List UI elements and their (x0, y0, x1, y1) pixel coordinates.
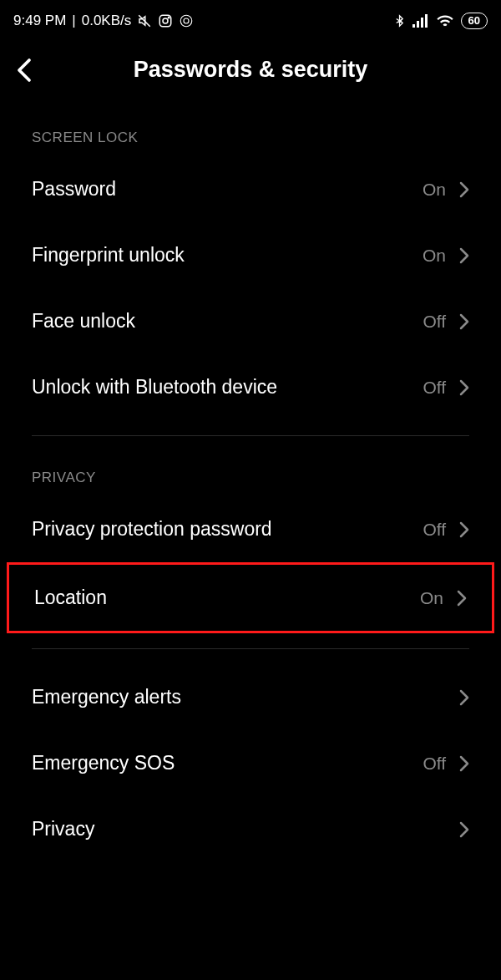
status-left: 9:49 PM | 0.0KB/s (13, 13, 194, 29)
row-fingerprint-label: Fingerprint unlock (32, 244, 423, 267)
page-title: Passwords & security (50, 57, 484, 83)
row-password[interactable]: Password On (0, 156, 501, 222)
battery-level: 60 (461, 13, 488, 29)
signal-icon (412, 14, 429, 28)
row-emergency-alerts[interactable]: Emergency alerts (0, 664, 501, 730)
svg-rect-8 (421, 18, 423, 28)
chevron-right-icon (459, 755, 469, 772)
row-emergency-alerts-label: Emergency alerts (32, 686, 459, 708)
row-privacy-protection-value: Off (423, 520, 446, 540)
status-right: 60 (393, 13, 488, 29)
divider (32, 435, 469, 436)
chevron-right-icon (459, 521, 469, 538)
status-net-speed: 0.0KB/s (82, 13, 132, 29)
row-face-unlock[interactable]: Face unlock Off (0, 288, 501, 354)
chevron-right-icon (459, 821, 469, 838)
row-emergency-sos[interactable]: Emergency SOS Off (0, 730, 501, 796)
row-privacy-protection-label: Privacy protection password (32, 518, 423, 541)
row-privacy-protection[interactable]: Privacy protection password Off (0, 496, 501, 562)
header: Passwords & security (0, 38, 501, 111)
row-bluetooth-unlock-value: Off (423, 378, 446, 398)
row-location-value: On (420, 588, 443, 608)
row-location-label: Location (34, 586, 420, 609)
bluetooth-icon (393, 13, 406, 29)
row-fingerprint[interactable]: Fingerprint unlock On (0, 222, 501, 288)
status-time: 9:49 PM (13, 13, 66, 29)
mute-icon (137, 13, 152, 28)
row-face-unlock-label: Face unlock (32, 310, 423, 333)
highlight-annotation: Location On (7, 562, 494, 633)
section-header-screen-lock: SCREEN LOCK (0, 111, 501, 156)
divider (32, 648, 469, 649)
row-emergency-sos-label: Emergency SOS (32, 752, 423, 774)
row-password-label: Password (32, 178, 423, 201)
chevron-right-icon (459, 689, 469, 706)
back-button[interactable] (17, 58, 50, 83)
svg-point-4 (181, 15, 193, 27)
row-password-value: On (423, 180, 446, 200)
row-privacy[interactable]: Privacy (0, 796, 501, 862)
row-bluetooth-unlock-label: Unlock with Bluetooth device (32, 376, 423, 399)
svg-rect-9 (425, 14, 428, 28)
app-icon (179, 13, 194, 28)
chevron-right-icon (459, 313, 469, 330)
chevron-right-icon (459, 247, 469, 264)
svg-rect-6 (412, 24, 415, 28)
status-divider: | (72, 13, 75, 29)
chevron-right-icon (457, 590, 467, 607)
row-bluetooth-unlock[interactable]: Unlock with Bluetooth device Off (0, 354, 501, 420)
row-face-unlock-value: Off (423, 312, 446, 332)
instagram-icon (158, 13, 173, 28)
wifi-icon (436, 14, 454, 28)
row-privacy-label: Privacy (32, 818, 459, 840)
section-header-privacy: PRIVACY (0, 451, 501, 496)
svg-point-2 (163, 18, 168, 23)
row-location[interactable]: Location On (9, 565, 492, 631)
row-emergency-sos-value: Off (423, 754, 446, 774)
chevron-right-icon (459, 181, 469, 198)
svg-rect-7 (417, 21, 419, 28)
status-bar: 9:49 PM | 0.0KB/s 60 (0, 0, 501, 38)
chevron-right-icon (459, 379, 469, 396)
row-fingerprint-value: On (423, 246, 446, 266)
svg-point-3 (169, 17, 170, 18)
svg-point-5 (184, 18, 189, 23)
